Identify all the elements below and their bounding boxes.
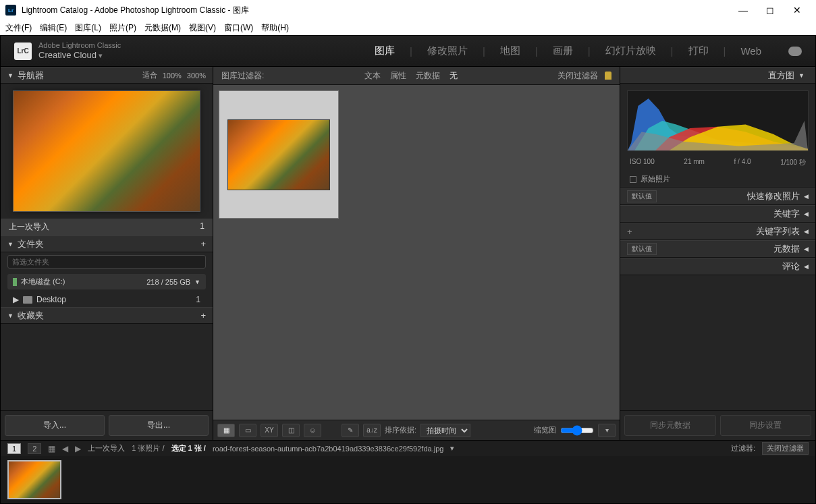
lrc-badge-icon: LrC: [14, 43, 32, 60]
sort-select[interactable]: 拍摄时间: [420, 424, 470, 437]
toolbar-chevron-icon[interactable]: ▾: [598, 424, 616, 437]
original-photo-label: 原始照片: [641, 174, 670, 184]
filter-text[interactable]: 文本: [364, 70, 381, 82]
menu-view[interactable]: 视图(V): [189, 22, 216, 34]
keywords-title: 关键字: [773, 208, 800, 220]
previous-import-row[interactable]: 上一次导入 1: [1, 219, 213, 235]
survey-view-button[interactable]: ◫: [282, 424, 300, 437]
histo-shutter: 1/100 秒: [780, 158, 806, 167]
dropdown-icon[interactable]: ▾: [450, 444, 454, 453]
folder-filter-input[interactable]: [7, 255, 206, 269]
app-header: LrC Adobe Lightroom ClassicCreative Clou…: [1, 36, 815, 67]
comments-header[interactable]: 评论 ◀: [620, 258, 815, 275]
keyword-list-header[interactable]: + 关键字列表 ◀: [620, 223, 815, 240]
close-button[interactable]: ✕: [784, 5, 811, 16]
loupe-view-button[interactable]: ▭: [239, 424, 256, 437]
module-switcher: 图库| 修改照片| 地图| 画册| 幻灯片放映| 打印| Web: [372, 43, 802, 59]
painter-tool-button[interactable]: ✎: [342, 424, 359, 437]
histogram-chart[interactable]: [627, 90, 809, 151]
filmstrip-info: 1 2 ▦ ◀ ▶ 上一次导入 1 张照片 / 选定 1 张 / road-fo…: [1, 440, 815, 456]
import-button[interactable]: 导入...: [5, 415, 105, 436]
previous-import-label: 上一次导入: [9, 221, 49, 233]
menu-metadata[interactable]: 元数据(M): [144, 22, 181, 34]
keywords-header[interactable]: 关键字 ◀: [620, 205, 815, 223]
filter-attribute[interactable]: 属性: [390, 70, 406, 82]
quickdev-preset[interactable]: 默认值: [627, 190, 657, 202]
sort-direction-button[interactable]: a↓z: [363, 424, 381, 437]
metadata-title: 元数据: [773, 243, 800, 255]
module-web[interactable]: Web: [738, 44, 764, 58]
metadata-preset[interactable]: 默认值: [627, 243, 657, 255]
zoom-300[interactable]: 300%: [187, 72, 206, 80]
histogram-title: 直方图: [768, 69, 794, 82]
grid-view-button[interactable]: ▦: [217, 424, 235, 437]
filter-metadata[interactable]: 元数据: [416, 70, 440, 82]
screen-2-button[interactable]: 2: [28, 443, 41, 454]
module-develop[interactable]: 修改照片: [425, 43, 470, 59]
zoom-fit[interactable]: 适合: [142, 70, 157, 80]
filter-none[interactable]: 无: [450, 70, 458, 82]
grid-icon[interactable]: ▦: [48, 444, 55, 453]
navigator-header[interactable]: ▼ 导航器 适合 100% 300%: [1, 67, 213, 84]
cloud-sync-icon[interactable]: [788, 47, 802, 56]
people-view-button[interactable]: ☺: [304, 424, 321, 437]
menu-file[interactable]: 文件(F): [5, 22, 32, 34]
next-icon[interactable]: ▶: [75, 444, 81, 453]
filter-close[interactable]: 关闭过滤器: [557, 70, 598, 82]
quick-develop-header[interactable]: 默认值 快速修改照片 ◀: [620, 188, 815, 205]
module-slideshow[interactable]: 幻灯片放映: [603, 43, 659, 59]
add-folder-icon[interactable]: +: [200, 239, 206, 249]
module-library[interactable]: 图库: [372, 43, 398, 59]
folder-count: 1: [196, 295, 200, 304]
folder-item[interactable]: ▶ Desktop 1: [1, 292, 213, 307]
lock-icon[interactable]: [605, 72, 611, 80]
menu-library[interactable]: 图库(L): [75, 22, 101, 34]
thumb-size-slider[interactable]: [560, 425, 594, 436]
collapse-icon: ◀: [804, 246, 809, 252]
strip-filename: road-forest-season-autumn-acb7a2b0419ad3…: [213, 445, 443, 453]
strip-source[interactable]: 上一次导入: [88, 443, 125, 453]
collapse-icon: ◀: [804, 228, 809, 235]
center-panel: 图库过滤器: 文本 属性 元数据 无 关闭过滤器 ▦ ▭ XY ◫ ☺: [213, 67, 620, 440]
collapse-icon: ▼: [7, 72, 13, 79]
histo-aperture: f / 4.0: [734, 158, 751, 167]
module-map[interactable]: 地图: [497, 43, 523, 59]
app-logo-icon: Lr: [5, 5, 16, 16]
sync-metadata-button[interactable]: 同步元数据: [624, 415, 716, 436]
thumbnail-cell[interactable]: [219, 90, 339, 219]
zoom-100[interactable]: 100%: [163, 72, 182, 80]
folders-header[interactable]: ▼ 文件夹 +: [1, 235, 213, 252]
collections-header[interactable]: ▼ 收藏夹 +: [1, 307, 213, 324]
filmstrip-thumb[interactable]: [7, 460, 61, 499]
folders-title: 文件夹: [18, 238, 44, 250]
minimize-button[interactable]: —: [730, 5, 757, 16]
left-panel: ▼ 导航器 适合 100% 300% 上一次导入 1 ▼ 文件夹 +: [1, 67, 213, 440]
volume-row[interactable]: 本地磁盘 (C:) 218 / 255 GB ▼: [7, 274, 206, 289]
module-book[interactable]: 画册: [550, 43, 576, 59]
maximize-button[interactable]: ◻: [757, 5, 784, 16]
original-photo-row[interactable]: 原始照片: [620, 171, 815, 188]
screen-1-button[interactable]: 1: [7, 443, 21, 454]
menu-help[interactable]: 帮助(H): [261, 22, 289, 34]
prev-icon[interactable]: ◀: [62, 444, 68, 453]
collapse-icon: ◀: [804, 263, 809, 270]
grid-view[interactable]: [213, 85, 620, 420]
add-collection-icon[interactable]: +: [200, 310, 206, 320]
collapse-icon: ▼: [7, 312, 13, 319]
navigator-preview[interactable]: [13, 90, 200, 212]
compare-view-button[interactable]: XY: [261, 424, 278, 437]
filmstrip[interactable]: [1, 456, 815, 503]
sync-settings-button[interactable]: 同步设置: [720, 415, 812, 436]
menu-window[interactable]: 窗口(W): [224, 22, 253, 34]
collapse-icon: ◀: [804, 211, 809, 217]
histo-focal: 21 mm: [684, 158, 705, 167]
module-print[interactable]: 打印: [686, 43, 711, 59]
metadata-header[interactable]: 默认值 元数据 ◀: [620, 240, 815, 258]
add-keyword-icon[interactable]: +: [627, 227, 632, 237]
menu-photo[interactable]: 照片(P): [109, 22, 136, 34]
strip-filter-value[interactable]: 关闭过滤器: [762, 442, 809, 455]
menu-edit[interactable]: 编辑(E): [40, 22, 67, 34]
export-button[interactable]: 导出...: [109, 415, 209, 436]
strip-count: 1 张照片 /: [132, 443, 164, 453]
histogram-header[interactable]: 直方图 ▼: [620, 67, 815, 84]
